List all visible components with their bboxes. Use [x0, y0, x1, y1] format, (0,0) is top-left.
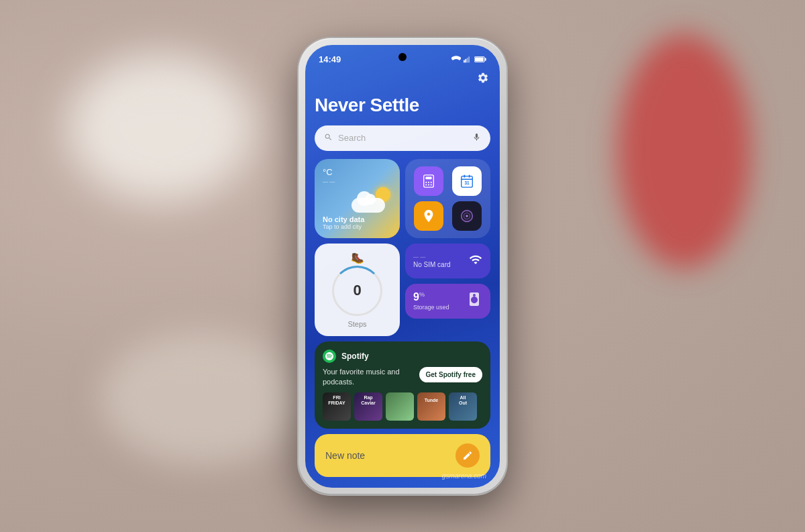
sim-text: No SIM card — [413, 261, 451, 268]
svg-rect-8 — [425, 176, 431, 179]
note-widget[interactable]: New note — [315, 434, 490, 477]
search-bar[interactable]: Search — [315, 125, 490, 151]
search-icon — [324, 133, 333, 144]
bg-blob-light — [101, 331, 302, 465]
album-2: RapCaviar — [354, 392, 382, 421]
steps-label: Steps — [347, 320, 366, 328]
camera-hole — [398, 53, 407, 61]
storage-info: 9% Storage used — [413, 291, 449, 310]
svg-point-22 — [466, 215, 468, 217]
steps-icon: 🥾 — [351, 252, 364, 264]
battery-icon — [474, 56, 486, 63]
app-icon-calculator[interactable] — [414, 166, 443, 196]
signal-icon — [464, 56, 472, 63]
svg-rect-6 — [485, 58, 486, 61]
widgets-row-2: 🥾 0 Steps — — — [315, 244, 490, 336]
note-label: New note — [325, 450, 365, 461]
storage-symbol: % — [419, 291, 425, 298]
steps-count: 0 — [353, 283, 361, 298]
storage-icon — [466, 290, 482, 312]
spotify-widget[interactable]: Spotify Your favorite music and podcasts… — [315, 341, 490, 429]
storage-percent-display: 9% — [413, 291, 449, 303]
album-4: Tunde — [417, 392, 445, 421]
search-placeholder: Search — [338, 133, 467, 143]
bg-blob-red — [617, 34, 751, 268]
steps-content: 🥾 0 Steps — [332, 244, 382, 336]
svg-point-14 — [430, 184, 431, 185]
phone-screen: 14:49 — [305, 45, 500, 488]
svg-text:31: 31 — [465, 180, 470, 184]
spotify-header: Spotify — [323, 350, 482, 363]
app-icon-camera[interactable] — [452, 201, 482, 231]
sim-widget[interactable]: — — No SIM card — [405, 244, 490, 278]
app-grid-widget[interactable]: 31 — [405, 159, 490, 238]
album-1: FRIFRIDAY — [323, 392, 351, 421]
svg-point-13 — [428, 184, 429, 185]
spotify-app-name: Spotify — [341, 352, 369, 361]
widgets-row-1: °C — — — [315, 159, 490, 238]
app-icon-calendar[interactable]: 31 — [452, 166, 482, 196]
weather-city: No city data — [323, 215, 392, 223]
album-3 — [386, 392, 414, 421]
sim-content: — — No SIM card — [413, 254, 451, 268]
spotify-description: Your favorite music and podcasts. — [323, 367, 414, 388]
weather-tap: Tap to add city — [323, 223, 392, 230]
sim-dash: — — — [413, 254, 451, 260]
weather-temp: °C — [323, 167, 392, 177]
tagline: Never Settle — [315, 95, 490, 116]
phone-wrapper: 14:49 — [299, 38, 506, 494]
screen-content: Never Settle Search — [305, 69, 500, 488]
svg-point-9 — [425, 181, 427, 182]
svg-point-12 — [425, 184, 427, 185]
settings-gear[interactable] — [477, 72, 489, 87]
bg-blob-white — [67, 54, 255, 201]
svg-rect-2 — [467, 58, 468, 62]
svg-rect-3 — [468, 56, 470, 62]
steps-circle: 0 — [332, 266, 382, 316]
spotify-body: Your favorite music and podcasts. Get Sp… — [323, 367, 482, 388]
wifi-icon — [451, 56, 461, 63]
weather-visual — [323, 186, 392, 213]
watermark: gsmarena.com — [442, 472, 486, 480]
mic-icon[interactable] — [472, 133, 481, 144]
weather-widget[interactable]: °C — — — [315, 159, 400, 238]
note-edit-button[interactable] — [455, 443, 480, 468]
weather-dash: — — — [323, 178, 392, 184]
right-widgets: — — No SIM card — [405, 244, 490, 336]
album-5: AllOut — [449, 392, 477, 421]
svg-point-11 — [430, 181, 431, 182]
svg-rect-0 — [464, 60, 465, 63]
svg-point-10 — [428, 181, 429, 182]
svg-rect-5 — [475, 58, 484, 62]
svg-rect-1 — [465, 59, 466, 62]
status-time: 14:49 — [319, 54, 341, 64]
status-icons — [451, 56, 486, 63]
spotify-albums: FRIFRIDAY RapCaviar Tunde AllOut — [323, 392, 482, 421]
spotify-cta-button[interactable]: Get Spotify free — [419, 367, 482, 382]
spotify-logo — [323, 350, 336, 363]
storage-percent: 9 — [413, 292, 419, 303]
steps-widget[interactable]: 🥾 0 Steps — [315, 244, 400, 336]
storage-label: Storage used — [413, 304, 449, 311]
app-icon-maps[interactable] — [414, 201, 443, 231]
storage-widget[interactable]: 9% Storage used — [405, 284, 490, 319]
signal-bars-icon — [469, 253, 482, 269]
phone-device: 14:49 — [299, 38, 506, 494]
